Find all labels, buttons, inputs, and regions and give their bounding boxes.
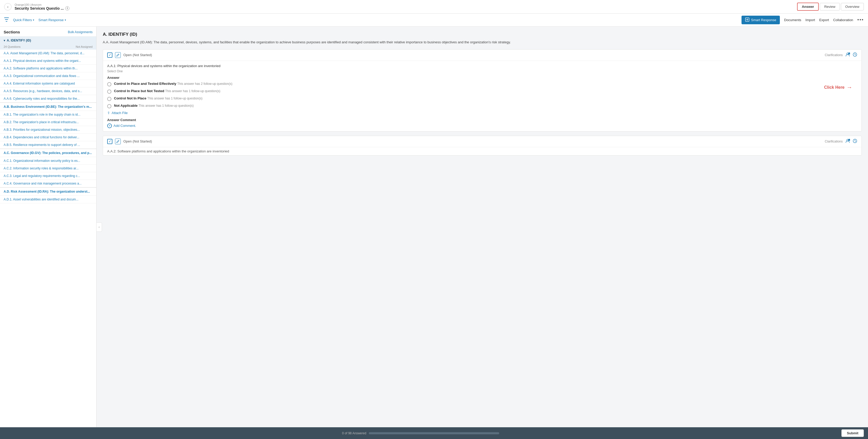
question-1-radio-1[interactable] (107, 82, 112, 86)
question-2-clarifications-label: Clarifications (825, 140, 843, 143)
sidebar-header: Sections Bulk Assignments (0, 27, 96, 36)
sidebar-item-b2[interactable]: A.B.2. The organization's place in criti… (0, 118, 96, 126)
collapse-icon-identify: ▾ (4, 39, 5, 42)
main-section-title: A. IDENTIFY (ID) (103, 32, 862, 37)
sidebar-item-c3[interactable]: A.C.3. Legal and regulatory requirements… (0, 172, 96, 180)
answer-comment-label-1: Answer Comment (107, 118, 857, 122)
sidebar-section-business-header[interactable]: A.B. Business Environment (ID.BE): The o… (0, 103, 96, 111)
sidebar-item-a6[interactable]: A.A.6. Cybersecurity roles and responsib… (0, 95, 96, 103)
attach-file-button-1[interactable]: ⇧ Attach File (107, 111, 857, 115)
sidebar-collapse-button[interactable]: ‹ (96, 223, 102, 232)
question-1-text: A.A.1: Physical devices and systems with… (107, 64, 857, 68)
sidebar-title: Sections (4, 30, 20, 34)
question-1-option-2-text: Control In Place but Not Tested This ans… (114, 89, 220, 93)
question-1-answer-section: Answer Control In Place and Tested Effec… (107, 76, 857, 108)
top-bar-left: ‹ Orange100 | Anycom Security Services Q… (4, 3, 69, 10)
page-title: Security Services Questio ... ℹ (14, 6, 69, 10)
toolbar: Quick Filters ▾ Smart Response ▾ Smart R… (0, 13, 868, 27)
sidebar-item-a4[interactable]: A.A.4. External information systems are … (0, 80, 96, 87)
tab-overview[interactable]: Overview (841, 3, 864, 10)
smart-response-chevron: ▾ (65, 19, 66, 21)
add-comment-icon-1: + (107, 123, 112, 128)
sidebar-section-identify-title: ▾ A. IDENTIFY (ID) (4, 39, 31, 42)
sidebar-item-a5[interactable]: A.A.5. Resources (e.g., hardware, device… (0, 87, 96, 95)
sidebar-item-b1[interactable]: A.B.1. The organization's role in the su… (0, 111, 96, 118)
collaboration-link[interactable]: Collaboration (833, 18, 853, 22)
question-1-option-4: Not Applicable This answer has 1 follow-… (107, 104, 857, 108)
question-card-1-header-left: ✓ Open (Not Started) (107, 52, 152, 58)
smart-response-button[interactable]: Smart Response (742, 16, 780, 24)
sidebar-item-b5[interactable]: A.B.5. Resilience requirements to suppor… (0, 141, 96, 149)
smart-response-dropdown-button[interactable]: Smart Response ▾ (38, 18, 66, 22)
sidebar-item-a2[interactable]: A.A.2. Software platforms and applicatio… (0, 65, 96, 72)
main-section-description: A.A. Asset Management (ID.AM): The data,… (103, 40, 862, 45)
question-card-1-header: ✓ Open (Not Started) Clarifications (103, 50, 862, 61)
question-card-1-header-right: Clarifications + (825, 52, 857, 58)
question-1-status: Open (Not Started) (123, 53, 152, 57)
smart-response-icon (745, 18, 749, 23)
question-card-1-body: A.A.1: Physical devices and systems with… (103, 61, 862, 131)
question-1-clarifications-label: Clarifications (825, 53, 843, 57)
check-mark-icon-2: ✓ (108, 139, 112, 143)
question-2-status: Open (Not Started) (123, 139, 152, 143)
question-1-edit-button[interactable] (115, 52, 121, 58)
back-button[interactable]: ‹ (4, 3, 11, 10)
sidebar-section-governance-header[interactable]: A.C. Governance (ID.GV): The policies, p… (0, 149, 96, 157)
question-1-radio-2[interactable] (107, 90, 112, 94)
sidebar-section-governance: A.C. Governance (ID.GV): The policies, p… (0, 149, 96, 187)
question-1-history-icon[interactable] (852, 52, 857, 58)
tab-answer[interactable]: Answer (797, 3, 819, 11)
sidebar-item-c2[interactable]: A.C.2. Information security roles & resp… (0, 165, 96, 172)
question-1-radio-4[interactable] (107, 104, 112, 108)
question-2-edit-button[interactable] (115, 139, 121, 144)
sidebar-item-am[interactable]: A.A. Asset Management (ID.AM): The data,… (0, 50, 96, 57)
filter-icon (4, 18, 9, 23)
question-1-checkbox[interactable]: ✓ (107, 53, 113, 58)
question-card-2: ✓ Open (Not Started) Clarifications (103, 136, 862, 155)
documents-link[interactable]: Documents (784, 18, 801, 22)
question-1-option-1-followup: This answer has 2 follow-up question(s) (177, 82, 232, 86)
sidebar-item-a3[interactable]: A.A.3. Organizational communication and … (0, 72, 96, 80)
question-card-2-preview: A.A.2: Software platforms and applicatio… (103, 147, 862, 155)
header-title-group: Orange100 | Anycom Security Services Que… (14, 3, 69, 10)
sidebar-item-b4[interactable]: A.B.4. Dependencies and critical functio… (0, 134, 96, 141)
import-link[interactable]: Import (805, 18, 815, 22)
sidebar-section-identify: ▾ A. IDENTIFY (ID) 24 Questions Not Assi… (0, 36, 96, 103)
question-1-assign-icon[interactable]: + (845, 52, 850, 58)
top-bar: ‹ Orange100 | Anycom Security Services Q… (0, 0, 868, 13)
add-comment-button-1[interactable]: + Add Comment. (107, 123, 857, 128)
question-2-checkbox[interactable]: ✓ (107, 139, 113, 144)
quick-filters-button[interactable]: Quick Filters ▾ (13, 18, 34, 22)
more-options-icon[interactable]: ••• (857, 17, 864, 23)
question-card-2-header: ✓ Open (Not Started) Clarifications (103, 136, 862, 147)
sidebar-body: ▾ A. IDENTIFY (ID) 24 Questions Not Assi… (0, 36, 96, 427)
sidebar-item-b3[interactable]: A.B.3. Priorities for organizational mis… (0, 126, 96, 134)
info-icon[interactable]: ℹ (65, 6, 69, 10)
quick-filters-chevron: ▾ (33, 19, 34, 21)
bulk-assignments-button[interactable]: Bulk Assignments (68, 30, 93, 34)
sidebar-section-identify-meta: 24 Questions Not Assigned (0, 45, 96, 50)
sidebar: Sections Bulk Assignments ▾ A. IDENTIFY … (0, 27, 96, 427)
top-bar-right: Answer Review Overview (797, 3, 864, 11)
question-2-history-icon[interactable] (852, 139, 857, 144)
question-2-assign-icon[interactable]: + (845, 139, 850, 144)
sidebar-section-identify-header[interactable]: ▾ A. IDENTIFY (ID) (0, 36, 96, 45)
question-1-answer-label: Answer (107, 76, 857, 80)
submit-button[interactable]: Submit (841, 429, 864, 437)
tab-review[interactable]: Review (820, 3, 840, 10)
sidebar-item-d1[interactable]: A.D.1. Asset vulnerabilities are identif… (0, 196, 96, 203)
sidebar-item-c1[interactable]: A.C.1. Organizational information securi… (0, 157, 96, 165)
sidebar-item-c4[interactable]: A.C.4. Governance and risk management pr… (0, 180, 96, 187)
export-link[interactable]: Export (819, 18, 829, 22)
sidebar-section-risk-header[interactable]: A.D. Risk Assessment (ID.RA): The organi… (0, 188, 96, 196)
check-mark-icon: ✓ (108, 53, 112, 57)
bottom-bar: 0 of 98 Answered Submit (0, 427, 868, 439)
progress-bar-container (369, 432, 499, 434)
svg-text:+: + (849, 53, 850, 55)
toolbar-left: Quick Filters ▾ Smart Response ▾ (4, 18, 66, 23)
sidebar-item-a1[interactable]: A.A.1. Physical devices and systems with… (0, 57, 96, 65)
content-area: A. IDENTIFY (ID) A.A. Asset Management (… (96, 27, 868, 427)
question-1-radio-3[interactable] (107, 97, 112, 101)
question-1-option-2: Control In Place but Not Tested This ans… (107, 89, 857, 94)
attach-icon-1: ⇧ (107, 111, 110, 115)
